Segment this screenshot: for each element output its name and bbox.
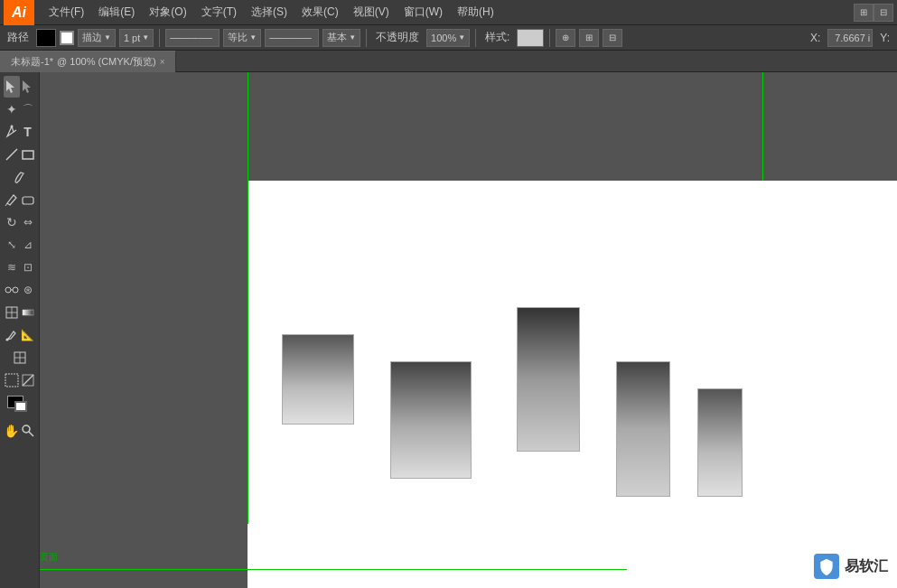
free-transform-tool[interactable]: ⊡	[20, 257, 36, 278]
x-value[interactable]: 7.6667 i	[827, 29, 873, 47]
path-label: 路径	[4, 30, 33, 45]
type-tool[interactable]: T	[20, 121, 36, 143]
svg-marker-0	[6, 80, 14, 93]
eyedropper-row: 📐	[4, 324, 36, 346]
toolbox: ✦ ⌒ T	[0, 72, 40, 588]
separator1	[159, 29, 160, 47]
tab-close-button[interactable]: ×	[160, 57, 165, 67]
eraser-tool[interactable]	[20, 189, 36, 210]
page-label: 页面	[40, 551, 58, 564]
magic-wand-tool[interactable]: ✦	[4, 98, 20, 120]
warp-row: ≋ ⊡	[4, 257, 36, 278]
top-vertical-guide	[762, 72, 763, 181]
line-tool[interactable]	[4, 144, 20, 165]
rotate-row: ↻ ⇔	[4, 211, 36, 233]
shape-rect1[interactable]	[282, 334, 354, 425]
separator2	[366, 29, 367, 47]
stroke-width-dropdown[interactable]: 1 pt▼	[119, 29, 154, 47]
menu-view[interactable]: 视图(V)	[346, 0, 397, 25]
svg-line-5	[5, 203, 7, 206]
canvas-area[interactable]: 页面	[40, 72, 897, 588]
style-color-box[interactable]	[517, 29, 544, 47]
rectangle-tool[interactable]	[20, 144, 36, 165]
stroke-line-box[interactable]: ──────	[165, 29, 220, 47]
shear-tool[interactable]: ⊿	[20, 234, 36, 256]
svg-line-3	[6, 149, 17, 160]
opacity-dropdown[interactable]: 100%▼	[426, 29, 470, 47]
blend-row: ⊛	[4, 279, 36, 301]
menu-help[interactable]: 帮助(H)	[450, 0, 501, 25]
rotate-tool[interactable]: ↻	[4, 211, 20, 233]
pen-tool[interactable]	[4, 121, 20, 143]
pencil-row	[4, 189, 36, 210]
align-btn[interactable]: ⊞	[579, 29, 599, 47]
style-label: 样式:	[481, 30, 513, 45]
hand-tool[interactable]: ✋	[4, 420, 20, 442]
svg-line-20	[29, 432, 33, 436]
paintbrush-tool[interactable]	[4, 166, 36, 188]
scale-tool[interactable]: ⤡	[4, 234, 20, 256]
menu-text[interactable]: 文字(T)	[194, 0, 244, 25]
separator3	[475, 29, 476, 47]
menu-select[interactable]: 选择(S)	[244, 0, 294, 25]
mesh-tool[interactable]	[4, 302, 20, 323]
svg-point-19	[23, 425, 30, 433]
ai-logo: Ai	[4, 0, 34, 25]
stroke-dropdown[interactable]: 描边▼	[78, 29, 116, 47]
svg-marker-1	[23, 80, 31, 93]
x-label: X:	[807, 32, 824, 44]
tab-subtitle: @ 100% (CMYK/预览)	[57, 55, 156, 69]
slice-tool[interactable]	[20, 369, 36, 391]
blend-tool[interactable]	[4, 279, 20, 301]
menu-effect[interactable]: 效果(C)	[294, 0, 346, 25]
arrange-btn[interactable]: ⊕	[556, 29, 575, 47]
symbol-sprayer-tool[interactable]: ⊛	[20, 279, 36, 301]
artboard: 页面	[248, 181, 897, 588]
watermark-text: 易软汇	[845, 557, 888, 576]
selection-tool[interactable]	[4, 76, 20, 98]
grid-icon[interactable]: ⊟	[874, 4, 893, 22]
svg-point-14	[5, 339, 8, 341]
svg-point-2	[10, 126, 13, 128]
artboard-row	[4, 369, 36, 391]
warp-tool[interactable]: ≋	[4, 257, 20, 278]
arrange-icon[interactable]: ⊞	[854, 4, 874, 22]
menu-file[interactable]: 文件(F)	[42, 0, 91, 25]
fill-color-box[interactable]	[36, 29, 56, 47]
shape-rect5[interactable]	[697, 388, 743, 497]
basic-dropdown[interactable]: 基本▼	[322, 29, 360, 47]
eyedropper-tool[interactable]	[4, 324, 20, 346]
stroke-swatch[interactable]	[14, 401, 27, 412]
zoom-tool[interactable]	[20, 420, 36, 442]
magic-row: ✦ ⌒	[4, 98, 36, 120]
tab-title: 未标题-1*	[11, 55, 53, 69]
menu-window[interactable]: 窗口(W)	[397, 0, 450, 25]
shape-rect3[interactable]	[517, 307, 580, 452]
menu-edit[interactable]: 编辑(E)	[91, 0, 142, 25]
svg-point-8	[13, 287, 18, 293]
stroke-color-box[interactable]	[60, 31, 74, 45]
proportion-dropdown[interactable]: 等比▼	[223, 29, 261, 47]
bottom-horizontal-guide	[248, 569, 627, 570]
gradient-tool[interactable]	[20, 302, 36, 323]
shape-rect4[interactable]	[616, 361, 670, 497]
document-tab[interactable]: 未标题-1* @ 100% (CMYK/预览) ×	[0, 51, 176, 72]
direct-selection-tool[interactable]	[20, 76, 36, 98]
artboard-tool[interactable]	[4, 369, 20, 391]
reflect-tool[interactable]: ⇔	[20, 211, 36, 233]
transform-btn[interactable]: ⊟	[603, 29, 622, 47]
selection-row	[4, 76, 36, 98]
menu-object[interactable]: 对象(O)	[142, 0, 193, 25]
measure-tool[interactable]: 📐	[20, 324, 36, 346]
line-row	[4, 144, 36, 165]
watermark: 易软汇	[814, 554, 888, 579]
y-label: Y:	[876, 32, 893, 44]
shape-rect2[interactable]	[390, 361, 472, 479]
scale-row: ⤡ ⊿	[4, 234, 36, 256]
dash-line-box[interactable]: ──────	[265, 29, 319, 47]
lasso-tool[interactable]: ⌒	[20, 98, 36, 120]
opacity-label: 不透明度	[372, 30, 423, 45]
pencil-tool[interactable]	[4, 189, 20, 210]
tab-bar: 未标题-1* @ 100% (CMYK/预览) ×	[0, 51, 897, 72]
live-paint-tool[interactable]	[4, 347, 36, 369]
